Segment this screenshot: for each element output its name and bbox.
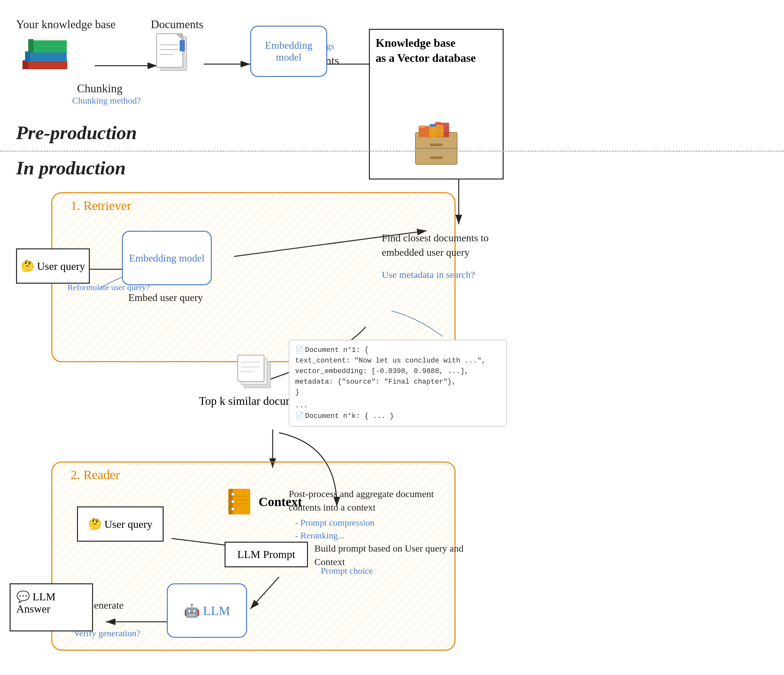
code-line-7: 📄Document n°k: { ... }: [295, 411, 501, 422]
svg-point-44: [231, 493, 235, 496]
svg-rect-20: [157, 34, 183, 67]
notebook-icon: [224, 487, 254, 516]
retriever-label: 1. Retriever: [71, 198, 131, 213]
prompt-compression-label: - Prompt compression: [295, 518, 374, 528]
embedding-model-top-box: Embedding model: [250, 26, 327, 77]
svg-rect-31: [435, 122, 441, 125]
svg-rect-24: [180, 40, 185, 51]
pre-production-label: Pre-production: [16, 122, 137, 144]
code-line-1: 📄Document n°1: {: [295, 345, 501, 355]
svg-rect-12: [22, 60, 67, 69]
embed-user-query-label: Embed user query: [128, 292, 203, 304]
cabinet-icon: [411, 119, 462, 168]
chunking-label: Chunking: [77, 82, 123, 95]
svg-rect-14: [25, 51, 67, 62]
svg-rect-17: [28, 39, 33, 53]
code-line-2: text_content: "Now let us conclude with …: [295, 355, 501, 366]
svg-rect-30: [419, 125, 425, 128]
user-query-reader-box: 🤔 User query: [77, 506, 163, 542]
svg-rect-15: [25, 51, 30, 62]
llm-prompt-label: LLM Prompt: [237, 548, 295, 560]
svg-rect-13: [22, 60, 28, 69]
svg-point-45: [231, 500, 235, 503]
code-line-3: vector_embedding: [-0.0398, 0.9888, ...]…: [295, 366, 501, 377]
user-query-retriever-label: 🤔 User query: [21, 260, 86, 272]
code-line-4: metadata: {"source": "Final chapter"},: [295, 377, 501, 387]
llm-box: 🤖 LLM: [167, 583, 247, 638]
knowledge-base-label: Your knowledge base: [16, 18, 115, 31]
llm-label: 🤖 LLM: [184, 603, 230, 618]
svg-rect-35: [430, 157, 443, 159]
stacked-docs-icon: [235, 352, 277, 391]
build-prompt-label: Build prompt based on User query and Con…: [314, 542, 475, 569]
document-icon: [154, 32, 189, 74]
user-query-retriever-box: 🤔 User query: [16, 248, 90, 284]
prompt-choice-label: Prompt choice: [321, 566, 373, 576]
svg-rect-32: [430, 124, 436, 127]
knowledge-base-vector-box: Knowledge baseas a Vector database: [369, 29, 504, 180]
reranking-label: - Reranking...: [295, 531, 345, 541]
svg-point-46: [231, 507, 235, 511]
svg-rect-18: [33, 38, 67, 40]
find-closest-label: Find closest documents to embedded user …: [382, 231, 529, 260]
llm-answer-label: 💬 LLM Answer: [16, 590, 86, 615]
llm-answer-box: 💬 LLM Answer: [9, 583, 93, 632]
documents-label: Documents: [151, 18, 203, 31]
embedding-model-retriever-label: Embedding model: [126, 249, 208, 267]
embedding-model-top-label: Embedding model: [251, 36, 326, 66]
code-line-6: ...: [295, 400, 501, 411]
code-line-5: }: [295, 387, 501, 398]
user-query-reader-label: 🤔 User query: [88, 518, 153, 531]
divider-line: [0, 151, 784, 152]
use-metadata-label: Use metadata in search?: [382, 269, 475, 280]
in-production-label: In production: [16, 157, 126, 179]
chunking-method-label: Chunking method?: [72, 96, 141, 106]
llm-prompt-box: LLM Prompt: [224, 542, 308, 567]
knowledge-base-vector-label: Knowledge baseas a Vector database: [376, 36, 497, 66]
books-icon: [19, 32, 71, 74]
svg-rect-38: [238, 355, 264, 382]
svg-rect-16: [28, 39, 67, 53]
embedding-model-retriever-box: Embedding model: [122, 231, 212, 285]
post-process-label: Post-process and aggregate document cont…: [289, 487, 456, 514]
code-block: 📄Document n°1: { text_content: "Now let …: [289, 340, 507, 427]
reader-label: 2. Reader: [71, 467, 120, 483]
svg-rect-34: [430, 144, 443, 146]
